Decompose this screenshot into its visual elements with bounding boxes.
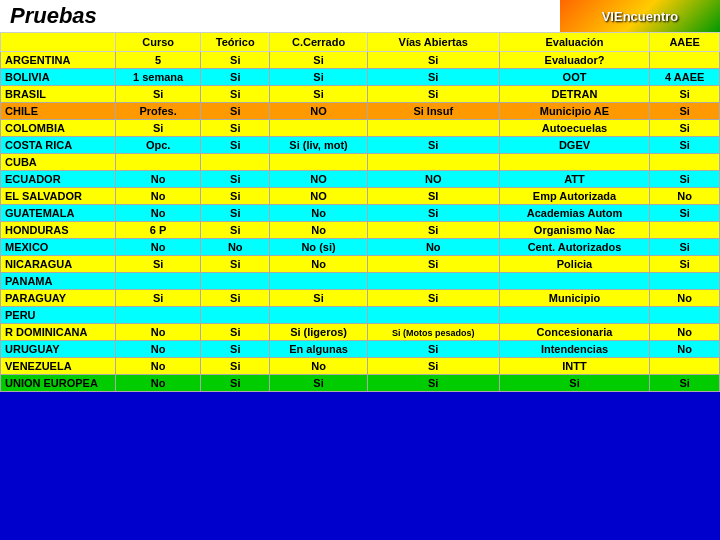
- cell-ccerrado: Si: [270, 290, 368, 307]
- cell-aaee: Si: [650, 103, 720, 120]
- cell-country: R DOMINICANA: [1, 324, 116, 341]
- cell-evaluacion: OOT: [499, 69, 650, 86]
- table-row: COSTA RICAOpc.SiSi (liv, mot)SiDGEVSi: [1, 137, 720, 154]
- cell-evaluacion: Emp Autorizada: [499, 188, 650, 205]
- cell-curso: Si: [116, 86, 201, 103]
- cell-ccerrado: No: [270, 256, 368, 273]
- cell-vias: Si: [367, 86, 499, 103]
- cell-teorico: Si: [201, 86, 270, 103]
- cell-teorico: Si: [201, 137, 270, 154]
- col-aaee: AAEE: [650, 33, 720, 52]
- cell-vias: [367, 307, 499, 324]
- cell-curso: No: [116, 205, 201, 222]
- cell-country: HONDURAS: [1, 222, 116, 239]
- cell-country: CHILE: [1, 103, 116, 120]
- cell-teorico: Si: [201, 171, 270, 188]
- cell-vias: NO: [367, 171, 499, 188]
- table-row: PERU: [1, 307, 720, 324]
- cell-vias: Si: [367, 256, 499, 273]
- cell-aaee: [650, 222, 720, 239]
- cell-country: PARAGUAY: [1, 290, 116, 307]
- cell-evaluacion: Municipio: [499, 290, 650, 307]
- cell-teorico: Si: [201, 324, 270, 341]
- cell-evaluacion: [499, 307, 650, 324]
- cell-curso: Si: [116, 290, 201, 307]
- cell-teorico: Si: [201, 222, 270, 239]
- cell-evaluacion: Academias Autom: [499, 205, 650, 222]
- cell-country: BOLIVIA: [1, 69, 116, 86]
- cell-curso: Si: [116, 256, 201, 273]
- table-row: NICARAGUASiSiNoSiPoliciaSi: [1, 256, 720, 273]
- data-table: Curso Teórico C.Cerrado Vías Abiertas Ev…: [0, 32, 720, 392]
- cell-aaee: 4 AAEE: [650, 69, 720, 86]
- cell-country: URUGUAY: [1, 341, 116, 358]
- cell-vias: Si: [367, 358, 499, 375]
- cell-country: BRASIL: [1, 86, 116, 103]
- cell-vias: Si: [367, 137, 499, 154]
- cell-curso: No: [116, 324, 201, 341]
- cell-evaluacion: Intendencias: [499, 341, 650, 358]
- cell-aaee: [650, 52, 720, 69]
- cell-curso: Profes.: [116, 103, 201, 120]
- cell-evaluacion: Policia: [499, 256, 650, 273]
- cell-ccerrado: Si (ligeros): [270, 324, 368, 341]
- col-vias: Vías Abiertas: [367, 33, 499, 52]
- table-row: BRASILSiSiSiSiDETRANSi: [1, 86, 720, 103]
- cell-country: COSTA RICA: [1, 137, 116, 154]
- cell-ccerrado: NO: [270, 188, 368, 205]
- cell-teorico: [201, 154, 270, 171]
- cell-aaee: Si: [650, 171, 720, 188]
- cell-ccerrado: No (si): [270, 239, 368, 256]
- cell-aaee: Si: [650, 137, 720, 154]
- cell-teorico: Si: [201, 290, 270, 307]
- cell-vias: Si Insuf: [367, 103, 499, 120]
- cell-evaluacion: Evaluador?: [499, 52, 650, 69]
- cell-aaee: Si: [650, 120, 720, 137]
- cell-teorico: [201, 273, 270, 290]
- cell-country: ARGENTINA: [1, 52, 116, 69]
- cell-evaluacion: INTT: [499, 358, 650, 375]
- cell-aaee: [650, 273, 720, 290]
- cell-ccerrado: No: [270, 222, 368, 239]
- table-row: ARGENTINA5SiSiSiEvaluador?: [1, 52, 720, 69]
- cell-evaluacion: Concesionaria: [499, 324, 650, 341]
- cell-ccerrado: [270, 154, 368, 171]
- cell-vias: Si: [367, 222, 499, 239]
- table-row: BOLIVIA1 semanaSiSiSiOOT4 AAEE: [1, 69, 720, 86]
- cell-ccerrado: [270, 120, 368, 137]
- cell-curso: [116, 154, 201, 171]
- table-row: GUATEMALANoSiNoSiAcademias AutomSi: [1, 205, 720, 222]
- col-curso: Curso: [116, 33, 201, 52]
- cell-evaluacion: Cent. Autorizados: [499, 239, 650, 256]
- cell-teorico: Si: [201, 256, 270, 273]
- cell-vias: Si: [367, 52, 499, 69]
- cell-vias: Si: [367, 290, 499, 307]
- table-container: Curso Teórico C.Cerrado Vías Abiertas Ev…: [0, 32, 720, 392]
- cell-curso: [116, 307, 201, 324]
- cell-curso: Si: [116, 120, 201, 137]
- table-row: UNION EUROPEANoSiSiSiSiSi: [1, 375, 720, 392]
- table-row: PARAGUAYSiSiSiSiMunicipioNo: [1, 290, 720, 307]
- cell-curso: 5: [116, 52, 201, 69]
- cell-ccerrado: Si: [270, 375, 368, 392]
- cell-country: COLOMBIA: [1, 120, 116, 137]
- cell-aaee: [650, 307, 720, 324]
- cell-vias: [367, 120, 499, 137]
- cell-teorico: Si: [201, 341, 270, 358]
- cell-ccerrado: Si: [270, 86, 368, 103]
- cell-curso: No: [116, 239, 201, 256]
- cell-country: PERU: [1, 307, 116, 324]
- cell-aaee: Si: [650, 256, 720, 273]
- cell-vias: Si: [367, 205, 499, 222]
- cell-vias: [367, 154, 499, 171]
- cell-teorico: Si: [201, 358, 270, 375]
- cell-aaee: No: [650, 188, 720, 205]
- cell-teorico: [201, 307, 270, 324]
- cell-ccerrado: NO: [270, 171, 368, 188]
- cell-ccerrado: NO: [270, 103, 368, 120]
- cell-curso: No: [116, 188, 201, 205]
- cell-aaee: [650, 358, 720, 375]
- cell-aaee: Si: [650, 239, 720, 256]
- cell-ccerrado: No: [270, 358, 368, 375]
- cell-teorico: Si: [201, 103, 270, 120]
